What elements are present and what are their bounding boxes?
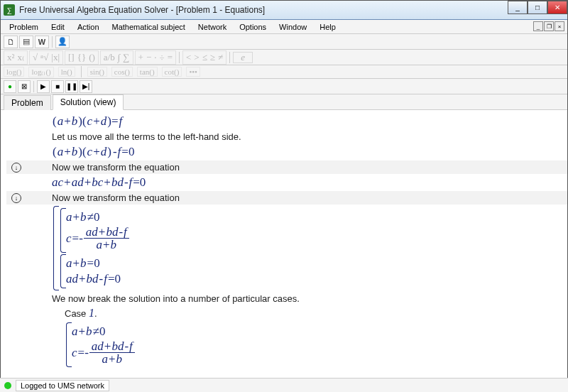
func-log[interactable]: log() xyxy=(4,67,24,77)
toolbar-math: x²x₍ √ⁿ√|x| []{}() a/b∫∑ +−·÷= <>≤≥≠ e xyxy=(1,50,567,65)
tab-bar: Problem Solution (view) xyxy=(1,94,567,110)
separator xyxy=(33,81,34,92)
collapse-icon[interactable]: ↓ xyxy=(11,193,21,203)
mdi-restore-button[interactable]: ❐ xyxy=(544,21,554,31)
math-group-ops[interactable]: +−·÷= xyxy=(135,50,176,65)
equation-3: ac+ad+bc+bd-f=0 xyxy=(26,175,146,190)
stop-outline-icon[interactable]: ⊠ xyxy=(18,80,31,93)
bold-w-icon[interactable]: W xyxy=(35,36,49,48)
separator xyxy=(52,36,53,48)
menu-problem[interactable]: Problem xyxy=(4,21,44,33)
tab-problem[interactable]: Problem xyxy=(4,95,51,110)
toolbar-functions: log() log₍₎() ln() sin() cos() tan() cot… xyxy=(1,65,567,79)
case-label: Case 1. xyxy=(26,307,97,320)
equation-1: (a+b)(c+d)=f xyxy=(26,114,122,129)
func-ln[interactable]: ln() xyxy=(58,67,75,77)
func-sin[interactable]: sin() xyxy=(87,67,107,77)
mdi-controls: _ ❐ × xyxy=(533,21,564,31)
statusbar: Logged to UMS network xyxy=(0,378,568,392)
step-text-2: Now we transform the equation xyxy=(26,162,180,173)
separator xyxy=(179,52,180,63)
close-button[interactable]: ✕ xyxy=(547,1,567,14)
minimize-button[interactable]: _ xyxy=(508,1,528,14)
math-group-rel[interactable]: <>≤≥≠ xyxy=(182,50,226,65)
window-controls: _ □ ✕ xyxy=(508,1,567,14)
step-text-1: Let us move all the terms to the left-ha… xyxy=(26,131,241,142)
func-more[interactable]: ••• xyxy=(186,67,200,77)
step-icon[interactable]: ▶| xyxy=(80,80,92,93)
record-icon[interactable]: ● xyxy=(4,80,16,93)
cases-block-1: a+b≠0 c=- ad+bd-fa+b a+b=0 ad+bd-f=0 xyxy=(26,206,129,290)
step-text-3: Now we transform the equation xyxy=(26,192,180,203)
agent-icon[interactable]: 👤 xyxy=(55,36,70,48)
func-cos[interactable]: cos() xyxy=(111,67,133,77)
menubar: Problem Edit Action Mathematical subject… xyxy=(1,20,567,34)
math-group-brackets[interactable]: []{}() xyxy=(65,50,99,65)
new-file-icon[interactable]: 🗋 xyxy=(4,36,18,48)
menu-window[interactable]: Window xyxy=(273,21,312,33)
app-icon: ∑ xyxy=(4,4,15,16)
titlebar: ∑ Free Universal Algebra Equation Solver… xyxy=(1,1,567,20)
menu-network[interactable]: Network xyxy=(192,21,232,33)
func-tan[interactable]: tan() xyxy=(137,67,158,77)
cases-block-2: a+b≠0 c=- ad+bd-fa+b xyxy=(26,322,135,367)
stop-icon[interactable]: ■ xyxy=(51,80,64,93)
func-cot[interactable]: cot() xyxy=(162,67,182,77)
maximize-button[interactable]: □ xyxy=(528,1,547,14)
status-dot-icon xyxy=(4,382,11,389)
status-text: Logged to UMS network xyxy=(16,380,109,391)
tab-solution[interactable]: Solution (view) xyxy=(53,94,124,110)
mdi-minimize-button[interactable]: _ xyxy=(533,21,543,31)
menu-mathematical-subject[interactable]: Mathematical subject xyxy=(106,21,191,33)
menu-action[interactable]: Action xyxy=(72,21,105,33)
window-title: Free Universal Algebra Equation Solver -… xyxy=(19,5,265,15)
menu-help[interactable]: Help xyxy=(314,21,342,33)
pause-icon[interactable]: ❚❚ xyxy=(65,80,78,93)
solution-view[interactable]: (a+b)(c+d)=f Let us move all the terms t… xyxy=(1,110,567,371)
separator xyxy=(229,52,230,63)
mdi-close-button[interactable]: × xyxy=(555,21,564,31)
equation-2: (a+b)(c+d)-f=0 xyxy=(26,145,135,159)
math-group-frac[interactable]: a/b∫∑ xyxy=(100,50,133,65)
play-icon[interactable]: ▶ xyxy=(37,80,50,93)
math-var-e[interactable]: e xyxy=(233,52,253,63)
menu-edit[interactable]: Edit xyxy=(45,21,70,33)
playbar: ● ⊠ ▶ ■ ❚❚ ▶| xyxy=(1,79,567,94)
menu-options[interactable]: Options xyxy=(234,21,272,33)
toolbar-main: 🗋 ▤ W 👤 xyxy=(1,34,567,50)
separator xyxy=(81,66,82,77)
math-group-root[interactable]: √ⁿ√|x| xyxy=(29,50,63,65)
step-text-4: We now break the solution into a number … xyxy=(26,293,300,304)
math-group-power[interactable]: x²x₍ xyxy=(4,50,28,65)
collapse-icon[interactable]: ↓ xyxy=(11,163,21,173)
open-icon[interactable]: ▤ xyxy=(19,36,33,48)
func-logb[interactable]: log₍₎() xyxy=(28,67,53,77)
